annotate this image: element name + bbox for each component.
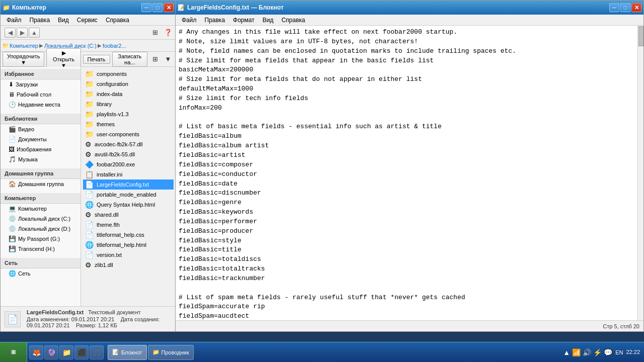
list-item[interactable]: 📁user-components	[83, 129, 174, 139]
tray-notification-icon[interactable]: 💬	[604, 348, 612, 356]
explorer-menu-file[interactable]: Файл	[3, 16, 26, 25]
sidebar-item-disk-c[interactable]: 💿 Локальный диск (C:)	[1, 214, 80, 224]
sidebar-item-docs[interactable]: 📄 Документы	[1, 134, 80, 144]
sidebar-libraries-header: Библиотеки	[1, 114, 80, 124]
list-item[interactable]: 📄titleformat_help.css	[83, 230, 174, 240]
file-details: LargeFieldsConfig.txt Текстовый документ…	[27, 309, 172, 329]
file-name: avcodec-fb2k-57.dll	[95, 141, 142, 147]
tray-network-icon[interactable]: 📶	[572, 348, 581, 356]
taskbar-media-icon[interactable]: 🎵	[90, 345, 104, 359]
taskbar-app-notepad[interactable]: 📝 Блокнот	[108, 345, 147, 360]
list-item[interactable]: 📁playlists-v1.3	[83, 109, 174, 119]
taskbar-clock[interactable]: 22:22	[626, 348, 640, 355]
breadcrumb-foobar[interactable]: foobar2...	[103, 43, 126, 49]
txt-icon: 📄	[85, 180, 94, 189]
list-item[interactable]: 🔷foobar2000.exe	[83, 159, 174, 169]
sidebar-item-music[interactable]: 🎵 Музыка	[1, 154, 80, 164]
sidebar-item-desktop[interactable]: 🖥 Рабочий стол	[1, 89, 80, 100]
list-item[interactable]: 📁themes	[83, 119, 174, 129]
list-item[interactable]: 🌐titleformat_help.html	[83, 240, 174, 250]
list-item[interactable]: 📋installer.ini	[83, 169, 174, 179]
recent-icon: 🕑	[9, 101, 16, 108]
taskbar-app-explorer[interactable]: 📁 Проводник	[148, 345, 194, 360]
music-icon: 🎵	[9, 156, 16, 163]
list-item[interactable]: 📄portable_mode_enabled	[83, 190, 174, 200]
breadcrumb-computer[interactable]: Компьютер	[10, 43, 38, 49]
list-item[interactable]: 📁configuration	[83, 79, 174, 89]
sidebar-section-libraries: Библиотеки 🎬 Видео 📄 Документы 🖼 Изображ…	[1, 112, 80, 166]
breadcrumb-disk-c[interactable]: Локальный диск (C:)	[44, 43, 97, 49]
taskbar-grafx-icon[interactable]: 🔮	[44, 345, 58, 359]
start-button[interactable]: ⊞	[0, 342, 27, 363]
notepad-vertical-scrollbar[interactable]	[637, 26, 643, 320]
explorer-forward-button[interactable]: ▶	[17, 28, 28, 38]
tray-speaker-icon[interactable]: 🔊	[583, 348, 591, 356]
notepad-menu-format[interactable]: Формат	[229, 16, 259, 25]
html-icon: 🌐	[85, 201, 94, 209]
sidebar-item-computer[interactable]: 💻 Компьютер	[1, 204, 80, 214]
explorer-minimize-button[interactable]: ─	[141, 3, 151, 12]
explorer-up-button[interactable]: ▲	[29, 28, 40, 38]
breadcrumb-sep-1: ▶	[39, 43, 43, 48]
language-indicator[interactable]: EN	[615, 349, 623, 355]
sidebar-item-recent[interactable]: 🕑 Недавние места	[1, 100, 80, 110]
view-mode-icon[interactable]: ⊞	[149, 54, 160, 64]
explorer-back-button[interactable]: ◀	[5, 28, 16, 38]
notepad-menu-file[interactable]: Файл	[178, 16, 201, 25]
taskbar-terminal-icon[interactable]: ⬛	[74, 345, 89, 359]
list-item[interactable]: 📁library	[83, 99, 174, 109]
sidebar-item-network[interactable]: 🌐 Сеть	[1, 268, 80, 279]
notepad-menu-view[interactable]: Вид	[259, 16, 278, 25]
sidebar-item-homegroup[interactable]: 🏠 Домашняя группа	[1, 179, 80, 189]
file-name: zlib1.dll	[95, 262, 113, 268]
sidebar-item-passport-g[interactable]: 💾 My Passport (G:)	[1, 234, 80, 244]
explorer-menu-edit[interactable]: Правка	[26, 16, 54, 25]
tray-up-icon[interactable]: ▲	[563, 348, 570, 356]
list-item[interactable]: ⚙avcodec-fb2k-57.dll	[83, 139, 174, 149]
tray-battery-icon[interactable]: ⚡	[593, 348, 602, 356]
txt-icon: 📄	[85, 251, 94, 259]
sidebar-item-downloads[interactable]: ⬇ Загрузки	[1, 79, 80, 89]
notepad-minimize-button[interactable]: ─	[609, 3, 619, 12]
sidebar-music-label: Музыка	[18, 156, 38, 162]
list-item[interactable]: 📄theme.fth	[83, 220, 174, 230]
sidebar-section-computer: Компьютер 💻 Компьютер 💿 Локальный диск (…	[1, 191, 80, 256]
explorer-close-button[interactable]: ✕	[164, 3, 174, 12]
sidebar-item-transcend-h[interactable]: 💾 Transcend (H:)	[1, 244, 80, 254]
list-item[interactable]: 📄version.txt	[83, 250, 174, 260]
explorer-app-label: Проводник	[162, 349, 189, 355]
explorer-help-icon[interactable]: ❓	[163, 28, 174, 38]
explorer-menu-service[interactable]: Сервис	[73, 16, 102, 25]
sidebar-item-disk-d[interactable]: 💿 Локальный диск (D:)	[1, 224, 80, 234]
list-item[interactable]: ⚙shared.dll	[83, 210, 174, 220]
file-name: library	[97, 101, 112, 107]
notepad-text-content[interactable]: # Any changes in this file will take eff…	[176, 26, 637, 320]
list-item[interactable]: 📁index-data	[83, 89, 174, 99]
notepad-maximize-button[interactable]: □	[620, 3, 630, 12]
list-item[interactable]: ⚙avutil-fb2k-55.dll	[83, 149, 174, 159]
explorer-menu-help[interactable]: Справка	[102, 16, 133, 25]
size-label: Размер:	[76, 322, 97, 328]
print-button[interactable]: Печать	[83, 55, 110, 64]
list-item[interactable]: ⚙zlib1.dll	[83, 260, 174, 270]
list-item[interactable]: 🌐Query Syntax Help.html	[83, 200, 174, 210]
record-button[interactable]: Записать на...	[112, 52, 147, 67]
explorer-toolbar-icons-right: ⊞ ❓	[149, 28, 174, 38]
notepad-menu-help[interactable]: Справка	[277, 16, 309, 25]
explorer-view-icon[interactable]: ⊞	[149, 28, 160, 38]
notepad-menu-edit[interactable]: Правка	[201, 16, 229, 25]
notepad-close-button[interactable]: ✕	[631, 3, 641, 12]
html-icon: 🌐	[85, 241, 94, 249]
explorer-maximize-button[interactable]: □	[152, 3, 163, 12]
taskbar-quick-launch: 🦊 🔮 📁 ⬛ 🎵	[27, 345, 106, 359]
taskbar-firefox-icon[interactable]: 🦊	[29, 345, 43, 359]
scrollbar-thumb[interactable]	[638, 26, 643, 46]
sidebar-item-images[interactable]: 🖼 Изображения	[1, 144, 80, 154]
taskbar-files-icon[interactable]: 📁	[59, 345, 73, 359]
explorer-menu-view[interactable]: Вид	[54, 16, 73, 25]
list-item[interactable]: 📁components	[83, 69, 174, 79]
organize-button[interactable]: Упорядочить ▼	[3, 52, 44, 67]
sidebar-item-video[interactable]: 🎬 Видео	[1, 124, 80, 134]
list-item-selected[interactable]: 📄LargeFieldsConfig.txt	[83, 179, 174, 190]
extra-options-icon[interactable]: ▼	[163, 54, 174, 64]
